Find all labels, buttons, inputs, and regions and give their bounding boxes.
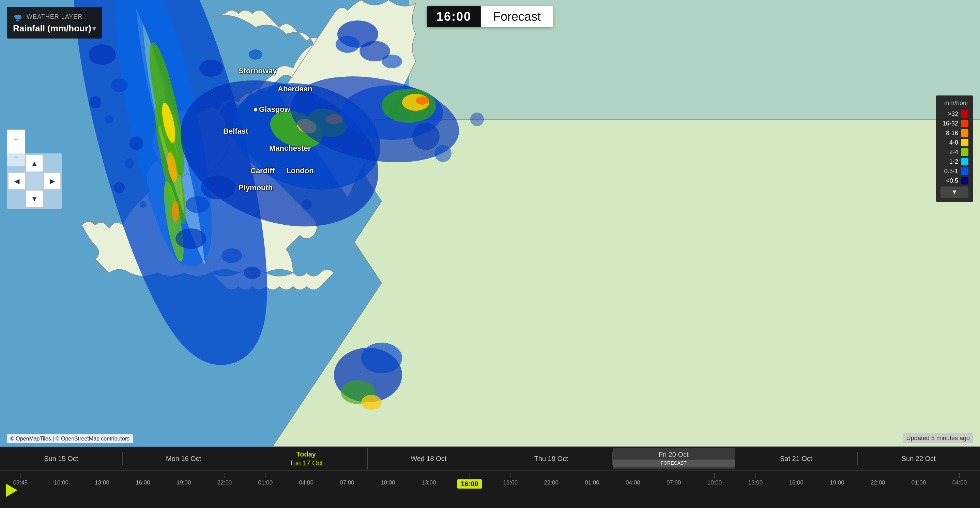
hour-tick[interactable]: 01:00 xyxy=(245,473,286,486)
weather-layer-name: Rainfall (mm/hour) xyxy=(13,23,91,34)
hour-tick[interactable]: 16:00 xyxy=(449,473,490,489)
day-label[interactable]: Sat 21 Oct xyxy=(735,452,858,465)
day-name: Wed 18 Oct xyxy=(368,454,490,463)
svg-point-10 xyxy=(159,102,178,144)
svg-point-43 xyxy=(129,136,143,150)
legend-title: mm/hour xyxy=(940,100,969,107)
day-label[interactable]: Thu 19 Oct xyxy=(490,452,612,465)
day-name: Thu 19 Oct xyxy=(490,454,612,463)
pan-down-button[interactable]: ▼ xyxy=(26,190,43,207)
weather-layer-name-row: Rainfall (mm/hour) ▾ xyxy=(13,23,96,34)
svg-point-34 xyxy=(336,36,360,53)
today-indicator: Today xyxy=(245,450,368,459)
legend-scroll-button[interactable]: ▼ xyxy=(940,186,969,198)
pan-right-button[interactable]: ▶ xyxy=(44,172,60,190)
svg-point-12 xyxy=(172,201,179,221)
legend-item: <0.5 xyxy=(940,177,969,185)
svg-rect-1 xyxy=(0,0,409,447)
hour-tick[interactable]: 16:00 xyxy=(776,473,817,486)
svg-point-52 xyxy=(14,15,18,18)
svg-point-40 xyxy=(361,395,382,410)
hour-label: 10:00 xyxy=(54,479,68,486)
legend-item: 0.5-1 xyxy=(940,167,969,175)
legend-items: >32 16-32 8-16 4-8 2-4 1-2 0.5-1 <0.5 xyxy=(940,110,969,185)
hour-tick[interactable]: 22:00 xyxy=(858,473,898,486)
updated-text: Updated 5 minutes ago xyxy=(903,433,973,443)
hour-label: 10:00 xyxy=(380,479,395,486)
legend-label: <0.5 xyxy=(940,177,958,185)
svg-point-19 xyxy=(284,64,466,174)
hour-label: 04:00 xyxy=(952,479,967,486)
svg-line-56 xyxy=(19,19,19,21)
day-label[interactable]: Mon 16 Oct xyxy=(123,452,245,465)
day-label[interactable]: Fri 20 Oct FORECAST xyxy=(612,448,735,468)
svg-point-9 xyxy=(160,180,188,263)
hour-tick[interactable]: 19:00 xyxy=(163,473,204,486)
hour-tick[interactable]: 19:00 xyxy=(817,473,858,486)
day-label[interactable]: Wed 18 Oct xyxy=(368,452,490,465)
svg-point-7 xyxy=(143,40,191,178)
map-container[interactable]: Stornoway Aberdeen Glasgow Belfast Manch… xyxy=(0,0,980,447)
play-icon xyxy=(6,483,18,497)
legend-label: 2-4 xyxy=(940,149,958,156)
weather-layer-title-text: WEATHER LAYER xyxy=(27,13,83,21)
pan-up-button[interactable]: ▲ xyxy=(26,155,43,172)
hour-tick[interactable]: 13:00 xyxy=(735,473,776,486)
forecast-label: Forecast xyxy=(481,6,553,27)
hour-tick[interactable]: 04:00 xyxy=(286,473,327,486)
svg-point-36 xyxy=(382,54,402,68)
hour-tick[interactable]: 01:00 xyxy=(572,473,612,486)
svg-point-29 xyxy=(186,196,210,213)
legend-color-swatch xyxy=(961,158,969,166)
pan-left-button[interactable]: ◀ xyxy=(8,172,25,190)
city-label-stornoway: Stornoway xyxy=(239,67,277,75)
hour-tick[interactable]: 07:00 xyxy=(653,473,694,486)
day-label[interactable]: Today Tue 17 Oct xyxy=(245,447,368,470)
weather-layer-title: WEATHER LAYER xyxy=(13,11,96,22)
hour-tick[interactable]: 16:00 xyxy=(123,473,163,486)
hour-tick[interactable]: 13:00 xyxy=(82,473,123,486)
day-label[interactable]: Sun 15 Oct xyxy=(0,452,123,465)
day-name: Sun 15 Oct xyxy=(0,454,123,463)
hour-tick[interactable]: 10:00 xyxy=(368,473,408,486)
hour-tick[interactable]: 22:00 xyxy=(204,473,245,486)
hour-label: 13:00 xyxy=(95,479,110,486)
hour-tick[interactable]: 10:00 xyxy=(41,473,82,486)
zoom-in-button[interactable]: + xyxy=(7,129,25,148)
legend-label: 0.5-1 xyxy=(940,168,958,175)
svg-point-8 xyxy=(149,102,191,226)
legend-color-swatch xyxy=(961,119,969,127)
svg-point-17 xyxy=(295,116,318,136)
time-header: 16:00 Forecast xyxy=(427,6,553,27)
legend-label: 4-8 xyxy=(940,139,958,146)
hour-tick[interactable]: 04:00 xyxy=(612,473,653,486)
timeline[interactable]: Sun 15 OctMon 16 OctToday Tue 17 OctWed … xyxy=(0,447,980,508)
hour-tick[interactable]: 04:00 xyxy=(939,473,980,486)
hour-tick[interactable]: 10:00 xyxy=(694,473,735,486)
svg-point-41 xyxy=(89,96,102,108)
hour-tick[interactable]: 07:00 xyxy=(327,473,368,486)
svg-point-38 xyxy=(361,342,402,373)
day-label[interactable]: Sun 22 Oct xyxy=(858,452,980,465)
svg-point-46 xyxy=(140,201,146,208)
weather-layer-selector[interactable]: WEATHER LAYER Rainfall (mm/hour) ▾ xyxy=(7,7,102,38)
svg-point-27 xyxy=(249,49,262,60)
svg-point-47 xyxy=(302,199,312,210)
city-label-cardiff: Cardiff xyxy=(250,166,275,175)
city-label-belfast: Belfast xyxy=(223,127,248,136)
forecast-badge: FORECAST xyxy=(612,460,735,467)
play-button[interactable] xyxy=(4,483,19,498)
svg-point-49 xyxy=(434,145,452,162)
hour-tick[interactable]: 22:00 xyxy=(531,473,572,486)
hour-tick[interactable]: 13:00 xyxy=(408,473,449,486)
hours-row[interactable]: 09:4510:0013:0016:0019:0022:0001:0004:00… xyxy=(0,470,980,508)
svg-point-42 xyxy=(105,115,113,123)
svg-point-44 xyxy=(125,159,134,169)
legend-label: 1-2 xyxy=(940,158,958,166)
hour-tick[interactable]: 01:00 xyxy=(898,473,939,486)
rainfall-overlay xyxy=(0,0,980,447)
legend-item: 16-32 xyxy=(940,119,969,127)
svg-point-18 xyxy=(325,114,342,124)
hour-tick[interactable]: 19:00 xyxy=(490,473,531,486)
pan-controls[interactable]: ▲ ◀ ▶ ▼ xyxy=(7,153,62,209)
